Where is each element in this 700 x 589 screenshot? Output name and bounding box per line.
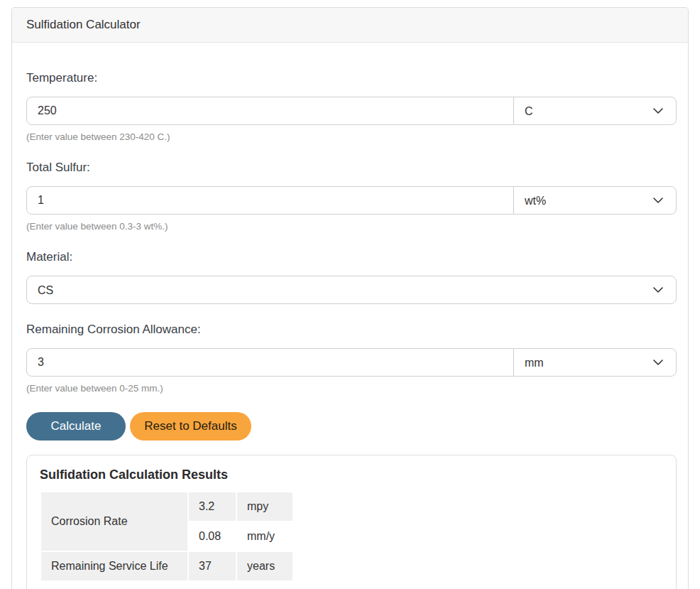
corrosion-rate-mmy-value: 0.08 [188, 522, 236, 551]
panel-title: Sulfidation Calculator [26, 18, 141, 31]
temperature-unit-select[interactable]: C [513, 97, 677, 125]
temperature-input[interactable] [26, 97, 514, 125]
service-life-value: 37 [188, 551, 236, 581]
material-select[interactable]: CS [26, 276, 677, 304]
total-sulfur-unit-select[interactable]: wt% [513, 186, 677, 215]
results-table: Corrosion Rate 3.2 mpy 0.08 mm/y Remaini… [40, 491, 294, 582]
button-row: Calculate Reset to Defaults [26, 412, 675, 441]
total-sulfur-unit-wrap: wt% [513, 186, 677, 215]
temperature-label: Temperature: [26, 71, 675, 85]
corrosion-rate-mpy-unit: mpy [236, 492, 293, 522]
allowance-unit-wrap: mm [513, 348, 677, 377]
allowance-hint: (Enter value between 0-25 mm.) [26, 383, 675, 394]
allowance-unit-select[interactable]: mm [513, 348, 677, 377]
calculate-button[interactable]: Calculate [26, 412, 126, 441]
total-sulfur-hint: (Enter value between 0.3-3 wt%.) [26, 221, 675, 232]
reset-to-defaults-button[interactable]: Reset to Defaults [130, 412, 251, 441]
corrosion-rate-mpy-value: 3.2 [188, 492, 236, 522]
total-sulfur-input-group: wt% [26, 186, 677, 215]
temperature-unit-wrap: C [513, 97, 677, 125]
corrosion-rate-label: Corrosion Rate [40, 492, 188, 551]
allowance-input-group: mm [26, 348, 677, 377]
service-life-unit: years [236, 551, 293, 581]
total-sulfur-input[interactable] [26, 186, 514, 215]
temperature-hint: (Enter value between 230-420 C.) [26, 131, 675, 142]
total-sulfur-label: Total Sulfur: [26, 161, 675, 175]
results-panel: Sulfidation Calculation Results Corrosio… [26, 455, 677, 589]
service-life-label: Remaining Service Life [40, 551, 188, 581]
table-row: Corrosion Rate 3.2 mpy [40, 492, 293, 522]
allowance-label: Remaining Corrosion Allowance: [26, 323, 675, 337]
allowance-input[interactable] [26, 348, 514, 377]
temperature-group: Temperature: C (Enter value between 230-… [26, 71, 675, 142]
total-sulfur-group: Total Sulfur: wt% (Enter value between 0… [26, 161, 675, 232]
corrosion-rate-mmy-unit: mm/y [236, 522, 293, 551]
panel-header: Sulfidation Calculator [12, 8, 688, 43]
panel-body: Temperature: C (Enter value between 230-… [12, 43, 688, 589]
temperature-input-group: C [26, 97, 677, 125]
results-title: Sulfidation Calculation Results [40, 468, 663, 482]
material-group: Material: CS [26, 250, 675, 304]
allowance-group: Remaining Corrosion Allowance: mm (Enter… [26, 323, 675, 394]
material-label: Material: [26, 250, 675, 264]
calculator-panel: Sulfidation Calculator Temperature: C (E… [11, 7, 689, 589]
table-row: Remaining Service Life 37 years [40, 551, 293, 581]
material-select-wrap: CS [26, 276, 677, 304]
